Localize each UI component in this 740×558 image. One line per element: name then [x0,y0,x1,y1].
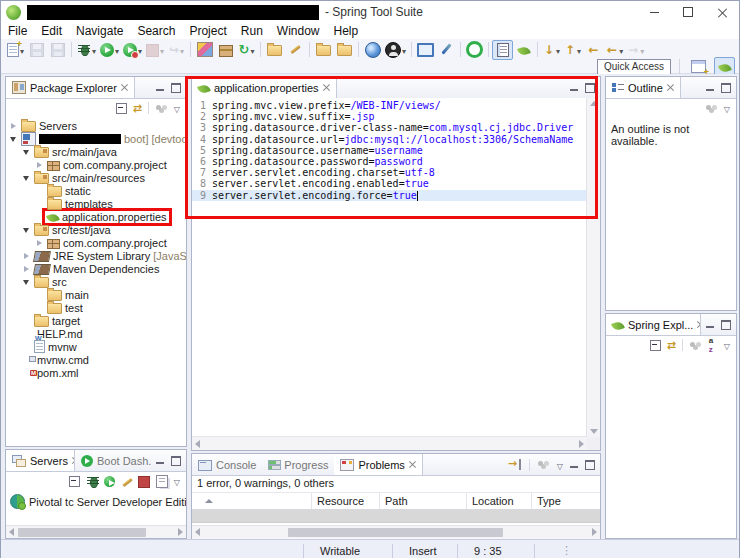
editor-tab-application-properties[interactable]: application.properties [192,77,337,98]
tree-expander-icon[interactable] [22,171,32,184]
debug-server-icon[interactable] [86,475,98,487]
console-tab[interactable]: Console [192,454,262,475]
menu-file[interactable]: File [1,24,34,38]
tree-item-static[interactable]: static [6,184,186,197]
scrollbar-thumb[interactable] [288,528,503,537]
tree-item-templates[interactable]: templates [6,197,186,210]
horizontal-scrollbar[interactable] [192,525,600,538]
maximize-panel-icon[interactable] [171,83,181,93]
column-header-description[interactable] [192,493,312,509]
close-button[interactable] [705,1,739,23]
horizontal-scrollbar[interactable] [192,436,587,450]
column-header-location[interactable]: Location [467,493,532,509]
scroll-right-icon[interactable] [178,528,183,536]
tree-item-mvnw-cmd[interactable]: mvnw.cmd [6,353,186,366]
editor-code-text[interactable]: server.servlet.encoding.force=true [212,190,418,201]
tree-item-test[interactable]: test [6,301,186,314]
run-button[interactable] [98,40,121,60]
close-icon[interactable] [667,84,674,91]
scrollbar-thumb[interactable] [18,528,146,537]
new-spring-wizard-button[interactable] [194,40,215,60]
profile-server-icon[interactable] [121,476,132,487]
outline-tab[interactable]: Outline [606,77,681,98]
collapse-all-icon[interactable] [116,103,127,114]
editor-code-text[interactable]: spring.datasource.password=password [212,156,423,167]
tree-expander-icon[interactable] [35,236,45,249]
maximize-button[interactable] [671,1,705,23]
tree-item-help-md[interactable]: HELP.md [6,327,186,340]
editor-content[interactable]: 1spring.mvc.view.prefix=/WEB-INF/views/2… [192,98,587,437]
properties-toggle-button[interactable] [492,40,513,60]
minimize-button[interactable] [637,1,671,23]
tree-item-jre-system-library[interactable]: JRE System Library [JavaSE-1.8] [6,249,186,262]
filters-icon[interactable] [689,341,702,350]
tree-item-pom-xml[interactable]: pom.xml [6,366,186,379]
open-type-button[interactable] [285,40,306,60]
stop-server-icon[interactable] [138,476,150,488]
menu-navigate[interactable]: Navigate [69,24,130,38]
sort-az-icon[interactable] [708,339,718,352]
server-list-item[interactable]: Pivotal tc Server Developer Edition v4. [6,490,186,513]
editor-code-text[interactable]: spring.datasource.driver-class-name=com.… [212,122,573,133]
close-icon[interactable] [323,84,330,91]
user-button[interactable] [383,40,408,60]
maximize-panel-icon[interactable] [721,320,731,330]
filters-icon[interactable] [155,104,168,113]
minimize-panel-icon[interactable] [156,462,164,464]
tree-item-mvnw[interactable]: mvnw [6,340,186,353]
tree-item-src[interactable]: src [6,275,186,288]
scroll-right-icon[interactable] [579,440,584,448]
column-header-resource[interactable]: Resource [312,493,380,509]
tree-item-application-properties[interactable]: application.properties [6,210,186,223]
filter-icon[interactable] [508,459,522,470]
tree-expander-icon[interactable] [22,223,32,236]
view-menu-icon[interactable] [557,459,563,471]
menu-edit[interactable]: Edit [34,24,69,38]
editor-code-text[interactable]: spring.mvc.view.prefix=/WEB-INF/views/ [212,100,441,111]
tree-item-servers[interactable]: Servers [6,119,186,132]
tree-item-src-test-java[interactable]: src/test/java [6,223,186,236]
tree-item-src-main-java[interactable]: src/main/java [6,145,186,158]
tree-expander-icon[interactable] [35,158,45,171]
scroll-right-icon[interactable] [592,528,597,536]
view-menu-icon[interactable] [724,339,730,351]
minimize-panel-icon[interactable] [156,89,164,91]
menu-run[interactable]: Run [234,24,270,38]
minimize-panel-icon[interactable] [706,89,714,91]
back-button[interactable] [604,40,625,60]
horizontal-scrollbar[interactable] [6,525,186,538]
problems-tab[interactable]: Problems [334,454,422,475]
progress-tab[interactable]: Progress [262,454,334,475]
scroll-left-icon[interactable] [9,528,14,536]
maximize-panel-icon[interactable] [585,460,595,470]
column-header-type[interactable]: Type [532,493,600,509]
web-browser-button[interactable] [362,40,383,60]
tree-expander-icon[interactable] [22,275,32,288]
start-server-icon[interactable] [104,476,115,487]
collapse-all-icon[interactable] [650,340,661,351]
link-with-editor-icon[interactable] [667,339,676,352]
menu-help[interactable]: Help [327,24,366,38]
group-by-icon[interactable] [537,460,550,469]
servers-tab[interactable]: Servers [6,450,75,471]
scroll-left-icon[interactable] [195,440,200,448]
new-package-button[interactable] [215,40,236,60]
quick-access-box[interactable]: Quick Access [597,59,671,75]
tree-item-com-company-project[interactable]: com.company.project [6,158,186,171]
menu-search[interactable]: Search [130,24,182,38]
tree-item-src-main-resources[interactable]: src/main/resources [6,171,186,184]
tree-item-boot-devtools-[interactable]: boot] [devtools] [6,132,186,145]
spring-leaf-button[interactable] [513,40,534,60]
scroll-left-icon[interactable] [195,528,200,536]
pin-editor-button[interactable] [436,40,457,60]
export-button[interactable] [334,40,355,60]
minimize-panel-icon[interactable] [706,326,714,328]
minimize-panel-icon[interactable] [570,466,578,468]
tree-expander-icon[interactable] [22,145,32,158]
menu-window[interactable]: Window [270,24,327,38]
publish-server-icon[interactable] [156,475,168,488]
column-header-path[interactable]: Path [380,493,467,509]
maximize-panel-icon[interactable] [585,83,595,93]
boot-devtools-button[interactable] [464,40,485,60]
boot-dashboard-tab[interactable]: Boot Dash... [75,450,151,471]
